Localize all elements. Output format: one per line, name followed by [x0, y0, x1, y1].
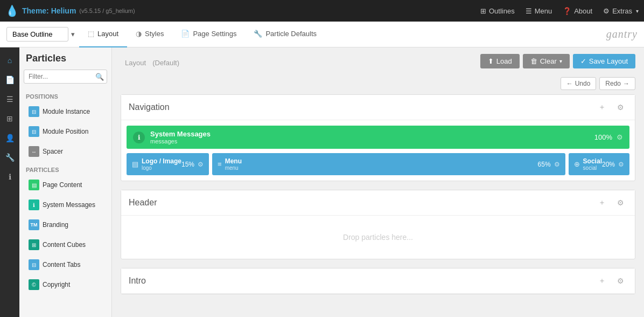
- icon-sidebar: ⌂ 📄 ☰ ⊞ 👤 🔧 ℹ: [0, 47, 19, 317]
- tab-styles[interactable]: ◑ Styles: [127, 22, 172, 47]
- undo-icon: ←: [566, 80, 573, 87]
- sidebar-item-users[interactable]: 👤: [1, 129, 18, 147]
- sidebar-item-list[interactable]: ☰: [1, 91, 18, 108]
- outline-select-wrap: Base Outline: [6, 27, 79, 42]
- module-instance-label: Module Instance: [43, 108, 90, 115]
- navigation-settings-button[interactable]: ⚙: [613, 100, 627, 114]
- header-drop-placeholder: Drop particles here...: [343, 233, 413, 242]
- particles-title: Particles: [24, 53, 107, 64]
- positions-label: Positions: [26, 93, 107, 100]
- content-header: Layout (Default) ⬆ Load 🗑 Clear ▾ ✓ Save…: [112, 47, 644, 75]
- tab-page-settings[interactable]: 📄 Page Settings: [172, 22, 245, 47]
- content-tabs-label: Content Tabs: [43, 261, 81, 268]
- tab-particle-defaults[interactable]: 🔧 Particle Defaults: [245, 22, 325, 47]
- outline-select[interactable]: Base Outline: [6, 27, 68, 42]
- content-tabs-icon: ⊟: [29, 259, 39, 270]
- droplet-icon: 💧: [5, 4, 19, 17]
- file-icon: 📄: [181, 30, 190, 38]
- particle-system-messages[interactable]: ℹ System Messages: [24, 196, 107, 214]
- navigation-section: Navigation ＋ ⚙ ℹ System Messages message…: [121, 94, 635, 181]
- nav-outlines[interactable]: ⊞ Outlines: [480, 7, 515, 15]
- question-circle-icon: ❓: [563, 7, 571, 15]
- nav-extras[interactable]: ⚙ Extras ▾: [603, 7, 639, 15]
- particle-content-tabs[interactable]: ⊟ Content Tabs: [24, 256, 107, 274]
- tab-layout[interactable]: ⬚ Layout: [79, 22, 127, 47]
- sidebar-item-puzzle[interactable]: ⊞: [1, 110, 18, 127]
- layout-title: Layout (Default): [121, 54, 179, 68]
- search-input[interactable]: [24, 70, 107, 84]
- social-block-icon: ⊕: [574, 160, 580, 168]
- logo-block-icon: ▤: [132, 160, 138, 168]
- tab-page-settings-label: Page Settings: [193, 30, 236, 38]
- tab-styles-label: Styles: [145, 30, 164, 38]
- intro-title: Intro: [129, 276, 146, 286]
- copyright-icon: ©: [29, 279, 39, 290]
- gear-icon: ⚙: [603, 7, 610, 15]
- nav-blocks-row: ▤ Logo / Image logo 15% ⚙ ≡ Menu: [127, 153, 629, 175]
- layout-icon: ⬚: [88, 30, 94, 38]
- particles-panel: Particles 🔍 Positions ⊟ Module Instance …: [19, 47, 112, 317]
- nav-about[interactable]: ❓ About: [563, 7, 592, 15]
- chevron-down-icon: ▾: [636, 8, 639, 14]
- particle-copyright[interactable]: © Copyright: [24, 275, 107, 294]
- sidebar-item-tools[interactable]: 🔧: [1, 149, 18, 166]
- clear-button[interactable]: 🗑 Clear ▾: [523, 54, 570, 68]
- header-actions: ⬆ Load 🗑 Clear ▾ ✓ Save Layout: [480, 54, 635, 68]
- main-layout: ⌂ 📄 ☰ ⊞ 👤 🔧 ℹ Particles 🔍 Positions ⊟ Mo…: [0, 47, 644, 317]
- redo-button[interactable]: Redo →: [599, 77, 635, 90]
- sidebar-item-file[interactable]: 📄: [1, 71, 18, 88]
- about-label: About: [574, 7, 592, 15]
- copyright-label: Copyright: [43, 281, 70, 288]
- particle-spacer[interactable]: ↔ Spacer: [24, 142, 107, 161]
- system-messages-gear-icon[interactable]: ⚙: [617, 133, 623, 141]
- menu-block-gear-icon[interactable]: ⚙: [554, 161, 560, 168]
- logo-block-name: Logo / Image: [142, 157, 181, 165]
- system-messages-indicator: ℹ: [133, 132, 145, 143]
- theme-title: Theme: Helium: [22, 6, 76, 15]
- system-messages-sub: messages: [150, 138, 594, 144]
- undo-button[interactable]: ← Undo: [561, 77, 597, 90]
- content-area: Layout (Default) ⬆ Load 🗑 Clear ▾ ✓ Save…: [112, 47, 644, 317]
- system-messages-info: System Messages messages: [150, 130, 594, 144]
- intro-add-button[interactable]: ＋: [595, 274, 609, 288]
- menu-block: ≡ Menu menu 65% ⚙: [212, 153, 565, 175]
- theme-logo: 💧 Theme: Helium (v5.5.15 / g5_helium): [5, 4, 475, 17]
- navigation-header: Navigation ＋ ⚙: [121, 95, 635, 120]
- menu-block-info: Menu menu: [225, 157, 242, 171]
- particle-module-instance[interactable]: ⊟ Module Instance: [24, 102, 107, 121]
- spacer-label: Spacer: [43, 148, 63, 155]
- system-messages-row: ℹ System Messages messages 100% ⚙: [127, 126, 629, 149]
- sidebar-item-info[interactable]: ℹ: [1, 168, 18, 185]
- load-button[interactable]: ⬆ Load: [480, 54, 520, 68]
- grid-icon: ⊞: [480, 7, 486, 15]
- system-messages-icon: ℹ: [29, 199, 39, 210]
- header-drop-zone: Drop particles here...: [127, 221, 629, 253]
- intro-settings-button[interactable]: ⚙: [613, 274, 627, 288]
- nav-menu[interactable]: ☰ Menu: [526, 7, 552, 15]
- menu-block-percent: 65%: [538, 161, 551, 168]
- system-messages-percent: 100%: [594, 133, 612, 141]
- trash-icon: 🗑: [530, 57, 537, 65]
- toolbar-tabs: ⬚ Layout ◑ Styles 📄 Page Settings 🔧 Part…: [79, 22, 606, 47]
- particle-content-cubes[interactable]: ⊞ Content Cubes: [24, 236, 107, 254]
- logo-block-gear-icon[interactable]: ⚙: [198, 161, 204, 168]
- navigation-actions: ＋ ⚙: [595, 100, 627, 114]
- content-cubes-icon: ⊞: [29, 239, 39, 250]
- navigation-add-button[interactable]: ＋: [595, 100, 609, 114]
- tab-layout-label: Layout: [97, 30, 118, 38]
- particle-branding[interactable]: TM Branding: [24, 216, 107, 234]
- sidebar-item-home[interactable]: ⌂: [1, 52, 18, 69]
- navigation-title: Navigation: [129, 102, 170, 112]
- module-position-label: Module Position: [43, 128, 88, 135]
- module-position-icon: ⊟: [29, 126, 39, 137]
- search-icon[interactable]: 🔍: [95, 73, 104, 81]
- header-settings-button[interactable]: ⚙: [613, 196, 627, 210]
- social-block-gear-icon[interactable]: ⚙: [618, 161, 624, 168]
- save-layout-button[interactable]: ✓ Save Layout: [573, 54, 635, 68]
- particle-page-content[interactable]: ▤ Page Content: [24, 176, 107, 194]
- chevron-down-icon: ▾: [559, 58, 562, 64]
- page-content-icon: ▤: [29, 180, 39, 190]
- header-add-button[interactable]: ＋: [595, 196, 609, 210]
- particle-module-position[interactable]: ⊟ Module Position: [24, 122, 107, 141]
- social-block: ⊕ Social social 20% ⚙: [569, 153, 629, 175]
